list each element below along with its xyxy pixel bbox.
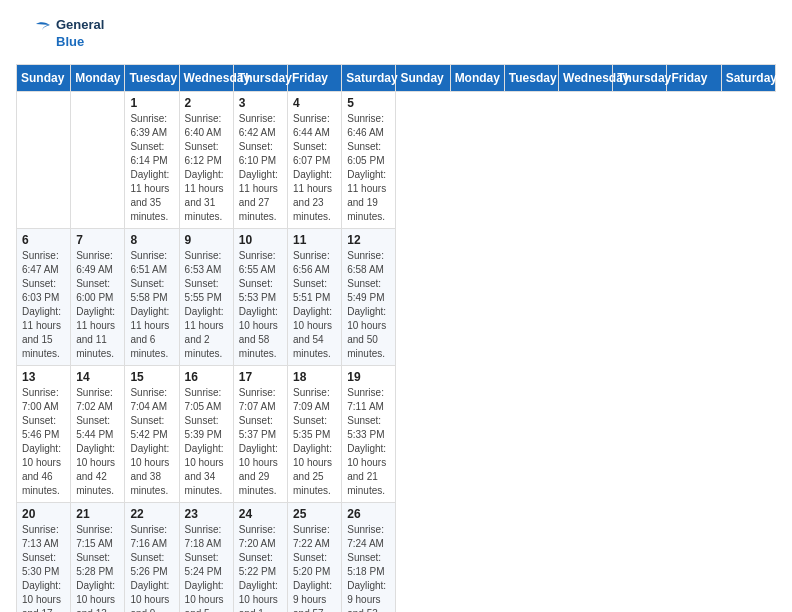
calendar-cell: 20Sunrise: 7:13 AMSunset: 5:30 PMDayligh…	[17, 503, 71, 613]
day-number: 10	[239, 233, 282, 247]
day-info: Sunrise: 7:07 AMSunset: 5:37 PMDaylight:…	[239, 386, 282, 498]
day-number: 11	[293, 233, 336, 247]
day-number: 13	[22, 370, 65, 384]
logo-bird-icon	[16, 16, 52, 52]
calendar-cell: 23Sunrise: 7:18 AMSunset: 5:24 PMDayligh…	[179, 503, 233, 613]
day-info: Sunrise: 6:40 AMSunset: 6:12 PMDaylight:…	[185, 112, 228, 224]
day-number: 2	[185, 96, 228, 110]
day-number: 21	[76, 507, 119, 521]
day-number: 14	[76, 370, 119, 384]
calendar-week-1: 1Sunrise: 6:39 AMSunset: 6:14 PMDaylight…	[17, 92, 776, 229]
day-info: Sunrise: 6:55 AMSunset: 5:53 PMDaylight:…	[239, 249, 282, 361]
day-info: Sunrise: 7:05 AMSunset: 5:39 PMDaylight:…	[185, 386, 228, 498]
calendar-cell	[71, 92, 125, 229]
page-header: General Blue	[16, 16, 776, 52]
day-info: Sunrise: 7:20 AMSunset: 5:22 PMDaylight:…	[239, 523, 282, 612]
calendar-cell: 15Sunrise: 7:04 AMSunset: 5:42 PMDayligh…	[125, 366, 179, 503]
calendar-cell: 26Sunrise: 7:24 AMSunset: 5:18 PMDayligh…	[342, 503, 396, 613]
day-number: 25	[293, 507, 336, 521]
day-info: Sunrise: 7:00 AMSunset: 5:46 PMDaylight:…	[22, 386, 65, 498]
day-info: Sunrise: 7:02 AMSunset: 5:44 PMDaylight:…	[76, 386, 119, 498]
day-info: Sunrise: 6:42 AMSunset: 6:10 PMDaylight:…	[239, 112, 282, 224]
day-info: Sunrise: 7:15 AMSunset: 5:28 PMDaylight:…	[76, 523, 119, 612]
day-number: 24	[239, 507, 282, 521]
weekday-header-monday: Monday	[71, 65, 125, 92]
day-info: Sunrise: 7:13 AMSunset: 5:30 PMDaylight:…	[22, 523, 65, 612]
day-number: 8	[130, 233, 173, 247]
weekday-header-friday: Friday	[667, 65, 721, 92]
calendar-week-2: 6Sunrise: 6:47 AMSunset: 6:03 PMDaylight…	[17, 229, 776, 366]
calendar-week-4: 20Sunrise: 7:13 AMSunset: 5:30 PMDayligh…	[17, 503, 776, 613]
weekday-header-saturday: Saturday	[721, 65, 775, 92]
calendar-cell: 17Sunrise: 7:07 AMSunset: 5:37 PMDayligh…	[233, 366, 287, 503]
weekday-header-saturday: Saturday	[342, 65, 396, 92]
day-number: 5	[347, 96, 390, 110]
day-info: Sunrise: 7:18 AMSunset: 5:24 PMDaylight:…	[185, 523, 228, 612]
day-number: 7	[76, 233, 119, 247]
weekday-header-wednesday: Wednesday	[179, 65, 233, 92]
day-number: 9	[185, 233, 228, 247]
day-info: Sunrise: 6:49 AMSunset: 6:00 PMDaylight:…	[76, 249, 119, 361]
logo-text-general: General	[56, 17, 104, 34]
calendar-cell: 19Sunrise: 7:11 AMSunset: 5:33 PMDayligh…	[342, 366, 396, 503]
calendar-cell: 8Sunrise: 6:51 AMSunset: 5:58 PMDaylight…	[125, 229, 179, 366]
weekday-header-friday: Friday	[288, 65, 342, 92]
day-number: 18	[293, 370, 336, 384]
weekday-header-monday: Monday	[450, 65, 504, 92]
calendar-cell: 12Sunrise: 6:58 AMSunset: 5:49 PMDayligh…	[342, 229, 396, 366]
logo-text-blue: Blue	[56, 34, 104, 51]
weekday-header-sunday: Sunday	[17, 65, 71, 92]
day-info: Sunrise: 6:53 AMSunset: 5:55 PMDaylight:…	[185, 249, 228, 361]
day-number: 4	[293, 96, 336, 110]
day-info: Sunrise: 7:09 AMSunset: 5:35 PMDaylight:…	[293, 386, 336, 498]
calendar-cell: 18Sunrise: 7:09 AMSunset: 5:35 PMDayligh…	[288, 366, 342, 503]
weekday-header-thursday: Thursday	[233, 65, 287, 92]
calendar-cell: 3Sunrise: 6:42 AMSunset: 6:10 PMDaylight…	[233, 92, 287, 229]
day-info: Sunrise: 6:46 AMSunset: 6:05 PMDaylight:…	[347, 112, 390, 224]
calendar-cell: 4Sunrise: 6:44 AMSunset: 6:07 PMDaylight…	[288, 92, 342, 229]
day-number: 19	[347, 370, 390, 384]
weekday-header-tuesday: Tuesday	[504, 65, 558, 92]
calendar-cell: 24Sunrise: 7:20 AMSunset: 5:22 PMDayligh…	[233, 503, 287, 613]
calendar-cell: 22Sunrise: 7:16 AMSunset: 5:26 PMDayligh…	[125, 503, 179, 613]
day-info: Sunrise: 6:51 AMSunset: 5:58 PMDaylight:…	[130, 249, 173, 361]
day-number: 20	[22, 507, 65, 521]
calendar-table: SundayMondayTuesdayWednesdayThursdayFrid…	[16, 64, 776, 612]
calendar-header-row: SundayMondayTuesdayWednesdayThursdayFrid…	[17, 65, 776, 92]
weekday-header-sunday: Sunday	[396, 65, 450, 92]
day-info: Sunrise: 6:56 AMSunset: 5:51 PMDaylight:…	[293, 249, 336, 361]
calendar-cell: 6Sunrise: 6:47 AMSunset: 6:03 PMDaylight…	[17, 229, 71, 366]
day-info: Sunrise: 7:22 AMSunset: 5:20 PMDaylight:…	[293, 523, 336, 612]
day-number: 6	[22, 233, 65, 247]
calendar-cell: 9Sunrise: 6:53 AMSunset: 5:55 PMDaylight…	[179, 229, 233, 366]
day-info: Sunrise: 7:24 AMSunset: 5:18 PMDaylight:…	[347, 523, 390, 612]
calendar-cell: 21Sunrise: 7:15 AMSunset: 5:28 PMDayligh…	[71, 503, 125, 613]
weekday-header-wednesday: Wednesday	[559, 65, 613, 92]
calendar-cell: 13Sunrise: 7:00 AMSunset: 5:46 PMDayligh…	[17, 366, 71, 503]
logo: General Blue	[16, 16, 104, 52]
day-info: Sunrise: 6:44 AMSunset: 6:07 PMDaylight:…	[293, 112, 336, 224]
day-info: Sunrise: 6:58 AMSunset: 5:49 PMDaylight:…	[347, 249, 390, 361]
calendar-cell	[17, 92, 71, 229]
calendar-cell: 2Sunrise: 6:40 AMSunset: 6:12 PMDaylight…	[179, 92, 233, 229]
day-number: 3	[239, 96, 282, 110]
day-info: Sunrise: 6:47 AMSunset: 6:03 PMDaylight:…	[22, 249, 65, 361]
calendar-cell: 7Sunrise: 6:49 AMSunset: 6:00 PMDaylight…	[71, 229, 125, 366]
calendar-cell: 16Sunrise: 7:05 AMSunset: 5:39 PMDayligh…	[179, 366, 233, 503]
calendar-cell: 11Sunrise: 6:56 AMSunset: 5:51 PMDayligh…	[288, 229, 342, 366]
calendar-cell: 5Sunrise: 6:46 AMSunset: 6:05 PMDaylight…	[342, 92, 396, 229]
day-number: 26	[347, 507, 390, 521]
calendar-cell: 14Sunrise: 7:02 AMSunset: 5:44 PMDayligh…	[71, 366, 125, 503]
calendar-cell: 1Sunrise: 6:39 AMSunset: 6:14 PMDaylight…	[125, 92, 179, 229]
weekday-header-tuesday: Tuesday	[125, 65, 179, 92]
day-number: 17	[239, 370, 282, 384]
calendar-week-3: 13Sunrise: 7:00 AMSunset: 5:46 PMDayligh…	[17, 366, 776, 503]
day-number: 1	[130, 96, 173, 110]
calendar-cell: 10Sunrise: 6:55 AMSunset: 5:53 PMDayligh…	[233, 229, 287, 366]
day-number: 23	[185, 507, 228, 521]
day-info: Sunrise: 6:39 AMSunset: 6:14 PMDaylight:…	[130, 112, 173, 224]
day-info: Sunrise: 7:11 AMSunset: 5:33 PMDaylight:…	[347, 386, 390, 498]
day-info: Sunrise: 7:16 AMSunset: 5:26 PMDaylight:…	[130, 523, 173, 612]
day-number: 15	[130, 370, 173, 384]
day-info: Sunrise: 7:04 AMSunset: 5:42 PMDaylight:…	[130, 386, 173, 498]
